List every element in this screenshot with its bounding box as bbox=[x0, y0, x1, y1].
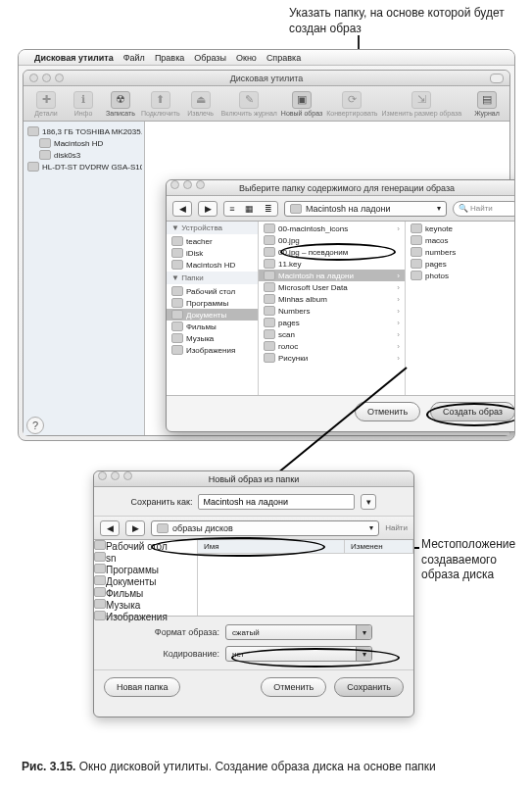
toolbar-details[interactable]: ✚Детали bbox=[29, 91, 63, 117]
toolbar-burn[interactable]: ☢Записать bbox=[104, 91, 137, 117]
save-button[interactable]: Сохранить bbox=[334, 677, 404, 697]
list-headers[interactable]: Имя Изменен bbox=[198, 540, 413, 554]
file-item: 00.jpg bbox=[259, 234, 405, 246]
traffic-lights[interactable] bbox=[98, 471, 132, 480]
place-item: Изображения bbox=[167, 344, 258, 356]
traffic-lights[interactable] bbox=[170, 180, 205, 189]
folder-item: голос› bbox=[259, 340, 405, 352]
save-footer: Новая папка Отменить Сохранить bbox=[94, 669, 413, 703]
macos-menubar: Дисковая утилита Файл Правка Образы Окно… bbox=[19, 50, 514, 66]
chevron-down-icon: ▾ bbox=[437, 204, 441, 213]
file-item: 11.key bbox=[259, 258, 405, 270]
save-nav-bar: ◀ ▶ образы дисков ▾ Найти bbox=[94, 517, 413, 540]
folder-item: Numbers› bbox=[259, 305, 405, 317]
path-label: Macintosh на ладони bbox=[306, 204, 391, 214]
folder-icon bbox=[290, 204, 302, 214]
chevron-down-icon: ▾ bbox=[369, 523, 373, 532]
help-button[interactable]: ? bbox=[26, 417, 44, 434]
cancel-button[interactable]: Отменить bbox=[261, 677, 326, 697]
back-button[interactable]: ◀ bbox=[100, 520, 120, 536]
folder-item: keynote› bbox=[406, 222, 515, 234]
toolbar-convert[interactable]: ⟳Конвертировать bbox=[326, 91, 377, 117]
folder-item: pages› bbox=[406, 258, 515, 270]
place-item: Фильмы bbox=[167, 321, 258, 332]
path-popup[interactable]: Macintosh на ладони ▾ bbox=[284, 201, 447, 217]
place-item: Изображения bbox=[94, 611, 197, 622]
new-folder-button[interactable]: Новая папка bbox=[104, 677, 180, 697]
window-title: Дисковая утилита bbox=[230, 74, 304, 83]
save-as-row: Сохранить как: ▾ bbox=[94, 487, 413, 517]
place-item: sn bbox=[94, 552, 197, 564]
cancel-button[interactable]: Отменить bbox=[355, 402, 420, 421]
menu-window[interactable]: Окно bbox=[236, 53, 257, 63]
traffic-lights[interactable] bbox=[29, 74, 64, 82]
sidebar-group-places[interactable]: ▼ Папки bbox=[167, 272, 258, 284]
toolbar-new-image[interactable]: ▣Новый образ bbox=[281, 91, 322, 117]
optical-drive-item: HL-DT-ST DVDRW GSA-S10… bbox=[25, 161, 142, 173]
window-titlebar: Дисковая утилита bbox=[24, 71, 509, 86]
place-item: Программы bbox=[94, 564, 197, 575]
search-field[interactable]: 🔍 Найти bbox=[453, 201, 515, 217]
place-item: Рабочий стол bbox=[94, 540, 197, 552]
folder-item: scan› bbox=[259, 328, 405, 340]
back-button[interactable]: ◀ bbox=[172, 201, 192, 217]
format-label: Формат образа: bbox=[135, 627, 219, 637]
encrypt-label: Кодирование: bbox=[135, 649, 219, 659]
toolbar-toggle-button[interactable] bbox=[490, 74, 504, 83]
screenshot-top: Дисковая утилита Файл Правка Образы Окно… bbox=[18, 49, 515, 441]
figure-caption: Рис. 3.15. Окно дисковой утилиты. Создан… bbox=[22, 760, 436, 773]
expand-button[interactable]: ▾ bbox=[361, 494, 376, 510]
search-placeholder: Найти bbox=[470, 204, 493, 213]
forward-button[interactable]: ▶ bbox=[125, 520, 145, 536]
folder-item-selected: Macintosh на ладони› bbox=[259, 270, 405, 281]
folder-item: numbers› bbox=[406, 246, 515, 258]
menu-help[interactable]: Справка bbox=[266, 53, 301, 63]
volume-item: disk0s3 bbox=[25, 149, 142, 161]
toolbar-mount[interactable]: ⬆Подключить bbox=[141, 91, 180, 117]
menubar-app-name[interactable]: Дисковая утилита bbox=[34, 53, 114, 63]
place-item-selected: Документы bbox=[167, 309, 258, 321]
save-options: Формат образа: сжатый▾ Кодирование: нет▾ bbox=[94, 617, 413, 669]
folder-item: Рисунки› bbox=[259, 352, 405, 364]
save-as-field[interactable] bbox=[198, 494, 355, 510]
forward-button[interactable]: ▶ bbox=[198, 201, 218, 217]
callout-right: Местоположение создаваемого образа диска bbox=[421, 537, 524, 583]
place-item-selected: Документы bbox=[94, 575, 197, 587]
folder-item: Minhas album› bbox=[259, 293, 405, 305]
file-item: 00-macintosh_icons› bbox=[259, 222, 405, 234]
folder-item: photos› bbox=[406, 270, 515, 281]
create-image-button[interactable]: Создать образ bbox=[430, 402, 515, 421]
view-mode-buttons[interactable]: ≡▦≣ bbox=[223, 201, 278, 217]
path-popup[interactable]: образы дисков ▾ bbox=[151, 520, 379, 536]
encrypt-popup[interactable]: нет▾ bbox=[225, 646, 372, 662]
save-as-label: Сохранить как: bbox=[131, 497, 193, 507]
folder-icon bbox=[157, 523, 169, 533]
disk-list-sidebar[interactable]: 186,3 ГБ TOSHIBA MK2035… Macintosh HD di… bbox=[24, 122, 145, 435]
device-item: teacher bbox=[167, 235, 258, 247]
folder-item: Microsoft User Data› bbox=[259, 281, 405, 293]
toolbar-journal[interactable]: ✎Включить журнал bbox=[221, 91, 277, 117]
menu-edit[interactable]: Правка bbox=[155, 53, 184, 63]
place-item: Программы bbox=[167, 297, 258, 309]
toolbar-resize[interactable]: ⇲Изменить размер образа bbox=[381, 91, 461, 117]
toolbar-eject[interactable]: ⏏Извлечь bbox=[184, 91, 218, 117]
toolbar-info[interactable]: ℹИнфо bbox=[67, 91, 100, 117]
column-browser[interactable]: ▼ Устройства teacher iDisk Macintosh HD … bbox=[167, 222, 515, 396]
choose-folder-sheet: Выберите папку содержимого для генерации… bbox=[166, 179, 515, 432]
sheet-title: Выберите папку содержимого для генерации… bbox=[167, 180, 515, 196]
disk-item: 186,3 ГБ TOSHIBA MK2035… bbox=[25, 125, 142, 137]
menu-file[interactable]: Файл bbox=[123, 53, 145, 63]
volume-item: Macintosh HD bbox=[25, 137, 142, 149]
file-item: 00.jpg – псевдоним bbox=[259, 246, 405, 258]
save-column-browser[interactable]: Рабочий стол sn Программы Документы Филь… bbox=[94, 540, 413, 617]
format-popup[interactable]: сжатый▾ bbox=[225, 624, 372, 640]
path-label: образы дисков bbox=[172, 523, 233, 533]
folder-item: pages› bbox=[259, 317, 405, 328]
disk-utility-toolbar: ✚Детали ℹИнфо ☢Записать ⬆Подключить ⏏Изв… bbox=[24, 86, 509, 122]
device-item: Macintosh HD bbox=[167, 259, 258, 271]
toolbar-log[interactable]: ▤Журнал bbox=[470, 91, 504, 117]
menu-images[interactable]: Образы bbox=[194, 53, 226, 63]
find-label: Найти bbox=[385, 523, 408, 532]
save-sheet-title: Новый образ из папки bbox=[94, 471, 413, 487]
sidebar-group-devices[interactable]: ▼ Устройства bbox=[167, 222, 258, 234]
